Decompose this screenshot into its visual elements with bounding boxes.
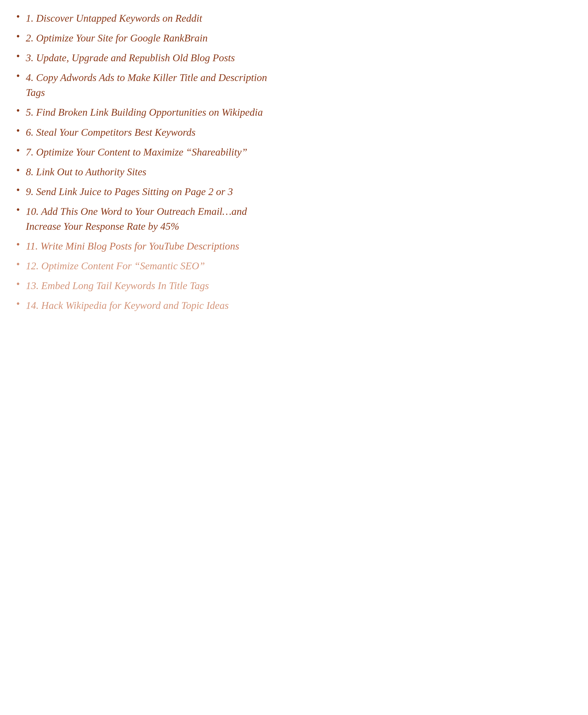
list-item-link[interactable]: 5. Find Broken Link Building Opportuniti… xyxy=(26,105,263,120)
list-item-link[interactable]: 4. Copy Adwords Ads to Make Killer Title… xyxy=(26,70,278,100)
list-item: •11. Write Mini Blog Posts for YouTube D… xyxy=(16,239,278,254)
list-item: •7. Optimize Your Content to Maximize “S… xyxy=(16,145,278,160)
list-item-link[interactable]: 13. Embed Long Tail Keywords In Title Ta… xyxy=(26,278,209,293)
bullet-icon: • xyxy=(16,123,20,138)
list-item: •2. Optimize Your Site for Google RankBr… xyxy=(16,30,278,45)
list-item: •4. Copy Adwords Ads to Make Killer Titl… xyxy=(16,70,278,100)
list-item-link[interactable]: 8. Link Out to Authority Sites xyxy=(26,165,146,180)
list-item-link[interactable]: 6. Steal Your Competitors Best Keywords xyxy=(26,125,195,140)
bullet-icon: • xyxy=(16,68,20,83)
bullet-icon: • xyxy=(16,163,20,178)
toc-list: •1. Discover Untapped Keywords on Reddit… xyxy=(16,11,278,313)
bullet-icon: • xyxy=(16,203,20,217)
list-item: •3. Update, Upgrade and Republish Old Bl… xyxy=(16,50,278,65)
list-item-link[interactable]: 10. Add This One Word to Your Outreach E… xyxy=(26,204,278,234)
list-item: •13. Embed Long Tail Keywords In Title T… xyxy=(16,278,278,293)
list-item-link[interactable]: 14. Hack Wikipedia for Keyword and Topic… xyxy=(26,298,229,313)
list-item-link[interactable]: 7. Optimize Your Content to Maximize “Sh… xyxy=(26,145,247,160)
bullet-icon: • xyxy=(16,143,20,158)
bullet-icon: • xyxy=(16,29,20,44)
bullet-icon: • xyxy=(16,183,20,197)
list-item-link[interactable]: 9. Send Link Juice to Pages Sitting on P… xyxy=(26,184,233,199)
list-item: •1. Discover Untapped Keywords on Reddit xyxy=(16,11,278,26)
list-item: •5. Find Broken Link Building Opportunit… xyxy=(16,105,278,120)
list-item-link[interactable]: 12. Optimize Content For “Semantic SEO” xyxy=(26,258,205,273)
list-item-link[interactable]: 3. Update, Upgrade and Republish Old Blo… xyxy=(26,50,235,65)
list-item: •10. Add This One Word to Your Outreach … xyxy=(16,204,278,234)
list-item-link[interactable]: 2. Optimize Your Site for Google RankBra… xyxy=(26,30,208,45)
bullet-icon: • xyxy=(16,237,20,252)
list-item: •9. Send Link Juice to Pages Sitting on … xyxy=(16,184,278,199)
list-item-link[interactable]: 1. Discover Untapped Keywords on Reddit xyxy=(26,11,202,26)
bullet-icon: • xyxy=(16,49,20,64)
bullet-icon: • xyxy=(16,9,20,24)
list-item: •12. Optimize Content For “Semantic SEO” xyxy=(16,258,278,273)
bullet-icon: • xyxy=(16,257,20,272)
bullet-icon: • xyxy=(16,277,20,292)
bullet-icon: • xyxy=(16,103,20,118)
list-item-link[interactable]: 11. Write Mini Blog Posts for YouTube De… xyxy=(26,239,239,254)
bullet-icon: • xyxy=(16,296,20,311)
list-item: •14. Hack Wikipedia for Keyword and Topi… xyxy=(16,298,278,313)
list-item: •6. Steal Your Competitors Best Keywords xyxy=(16,125,278,140)
list-item: •8. Link Out to Authority Sites xyxy=(16,165,278,180)
